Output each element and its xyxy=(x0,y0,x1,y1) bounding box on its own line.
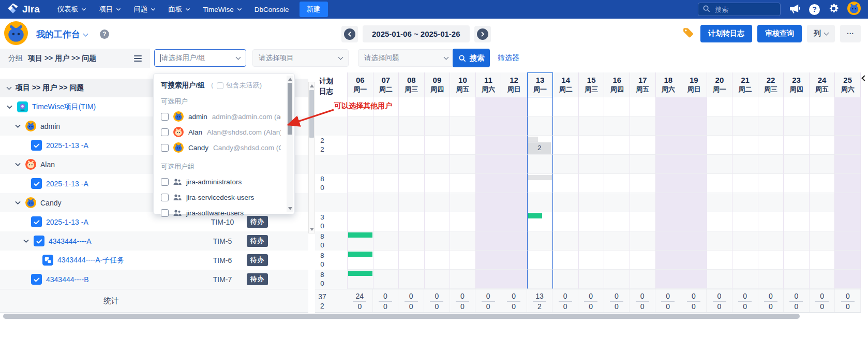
grid-cell[interactable] xyxy=(810,212,835,231)
grid-cell[interactable] xyxy=(579,136,605,155)
grid-cell[interactable] xyxy=(758,155,784,174)
checkbox-checked[interactable] xyxy=(31,216,42,227)
include-inactive-checkbox[interactable] xyxy=(217,82,223,89)
grid-cell[interactable] xyxy=(347,174,373,193)
grid-cell[interactable] xyxy=(707,174,733,193)
grid-cell[interactable] xyxy=(450,174,476,193)
grid-cell[interactable] xyxy=(527,251,553,270)
grid-cell[interactable] xyxy=(681,251,707,270)
grid-cell[interactable] xyxy=(527,97,553,116)
grid-cell[interactable] xyxy=(553,270,579,289)
row-label[interactable]: 2025-1-13 -A xyxy=(46,218,88,226)
date-range[interactable]: 2025-01-06 ~ 2025-01-26 xyxy=(363,25,470,42)
grid-cell[interactable] xyxy=(707,97,733,116)
grid-cell[interactable] xyxy=(501,270,527,289)
row-label[interactable]: admin xyxy=(40,122,60,130)
date-column-header[interactable]: 08周三 xyxy=(399,72,425,97)
grid-cell[interactable] xyxy=(425,97,451,116)
nav-menu-0[interactable]: 仪表板 xyxy=(51,0,93,19)
date-column-header[interactable]: 12周日 xyxy=(501,72,527,97)
grid-cell[interactable] xyxy=(450,231,476,251)
grid-cell[interactable] xyxy=(553,174,579,193)
date-column-header[interactable]: 20周一 xyxy=(707,72,733,97)
grid-cell[interactable] xyxy=(501,231,527,251)
announcement-icon[interactable] xyxy=(789,3,801,16)
grid-cell[interactable] xyxy=(425,174,451,193)
grid-cell[interactable] xyxy=(425,270,451,289)
grid-cell[interactable] xyxy=(579,193,605,212)
grid-cell[interactable] xyxy=(347,270,373,289)
grid-cell[interactable] xyxy=(810,136,835,155)
grid-cell[interactable] xyxy=(835,97,861,116)
grid-cell[interactable] xyxy=(835,155,861,174)
date-column-header[interactable]: 11周六 xyxy=(476,72,502,97)
grid-cell[interactable] xyxy=(758,174,784,193)
workbench-help-icon[interactable]: ? xyxy=(100,30,109,39)
date-column-header[interactable]: 25周六 xyxy=(835,72,861,97)
dropdown-group-option[interactable]: jira-administrators xyxy=(161,174,281,189)
grid-cell[interactable] xyxy=(399,97,425,116)
grid-cell[interactable] xyxy=(450,212,476,231)
grid-cell[interactable] xyxy=(579,251,605,270)
grid-cell[interactable] xyxy=(501,116,527,136)
grid-cell[interactable] xyxy=(450,155,476,174)
plan-to-log-button[interactable]: 计划转日志 xyxy=(700,25,752,42)
date-column-header[interactable]: 06周一 xyxy=(347,72,373,97)
row-label[interactable]: 2025-1-13 -A xyxy=(46,180,88,188)
grid-cell[interactable] xyxy=(347,231,373,251)
checkbox[interactable] xyxy=(161,144,169,152)
grid-cell[interactable] xyxy=(553,212,579,231)
user-group-select[interactable]: 请选择用户/组 xyxy=(154,49,246,67)
grid-cell[interactable] xyxy=(527,270,553,289)
grid-cell[interactable] xyxy=(579,231,605,251)
help-icon[interactable]: ? xyxy=(809,4,820,15)
grid-cell[interactable] xyxy=(527,116,553,136)
grid-cell[interactable] xyxy=(630,193,656,212)
grid-cell[interactable] xyxy=(630,155,656,174)
scroll-down-icon[interactable] xyxy=(310,228,314,231)
grid-cell[interactable] xyxy=(732,270,758,289)
grid-cell[interactable] xyxy=(758,251,784,270)
grid-cell[interactable] xyxy=(501,193,527,212)
grid-cell[interactable] xyxy=(347,212,373,231)
scroll-down-icon[interactable] xyxy=(288,207,292,210)
grid-cell[interactable] xyxy=(707,212,733,231)
audit-query-button[interactable]: 审核查询 xyxy=(757,25,802,42)
vertical-scrollbar[interactable] xyxy=(308,82,315,233)
grid-cell[interactable] xyxy=(707,116,733,136)
grid-cell[interactable] xyxy=(784,174,810,193)
grid-cell[interactable] xyxy=(399,136,425,155)
grid-cell[interactable] xyxy=(732,193,758,212)
row-label[interactable]: Alan xyxy=(40,160,55,169)
grid-cell[interactable] xyxy=(630,212,656,231)
grid-cell[interactable] xyxy=(681,231,707,251)
grid-cell[interactable] xyxy=(758,136,784,155)
grid-cell[interactable] xyxy=(553,97,579,116)
nav-menu-2[interactable]: 问题 xyxy=(127,0,162,19)
grid-cell[interactable] xyxy=(553,193,579,212)
checkbox-checked[interactable] xyxy=(31,178,42,189)
dropdown-scrollbar[interactable] xyxy=(287,76,293,212)
grid-cell[interactable] xyxy=(399,270,425,289)
grid-cell[interactable] xyxy=(732,136,758,155)
checkbox[interactable] xyxy=(161,113,169,121)
grid-cell[interactable] xyxy=(476,231,502,251)
date-column-header[interactable]: 07周二 xyxy=(373,72,399,97)
grid-cell[interactable] xyxy=(604,251,630,270)
grid-cell[interactable] xyxy=(732,116,758,136)
grid-cell[interactable] xyxy=(373,136,399,155)
grid-cell[interactable] xyxy=(784,212,810,231)
grid-cell[interactable] xyxy=(732,212,758,231)
grid-cell[interactable] xyxy=(707,155,733,174)
search-input[interactable] xyxy=(714,5,771,14)
grid-cell[interactable] xyxy=(681,193,707,212)
grid-cell[interactable] xyxy=(732,97,758,116)
grid-cell[interactable] xyxy=(579,270,605,289)
grid-cell[interactable] xyxy=(476,193,502,212)
grid-cell[interactable] xyxy=(476,212,502,231)
grid-cell[interactable] xyxy=(784,270,810,289)
grid-cell[interactable] xyxy=(835,231,861,251)
page-title-dropdown[interactable]: 我的工作台 xyxy=(36,28,87,40)
row-label[interactable]: 4343444----A-子任务 xyxy=(57,256,124,265)
grid-cell[interactable] xyxy=(450,251,476,270)
